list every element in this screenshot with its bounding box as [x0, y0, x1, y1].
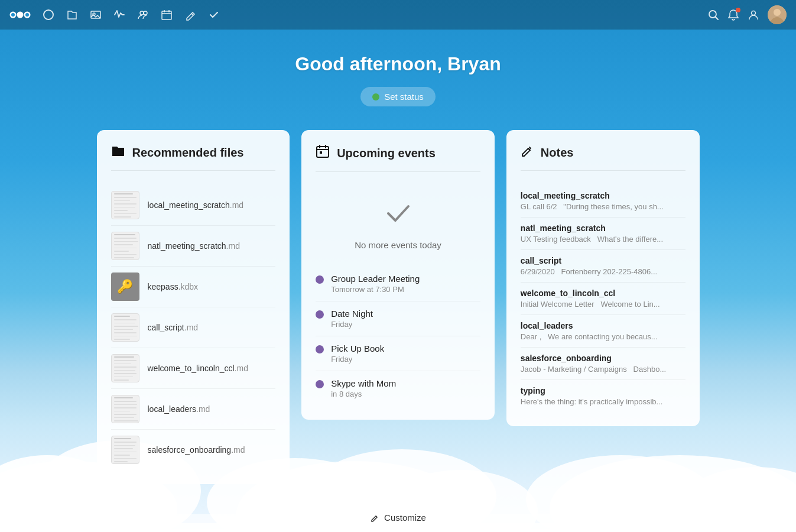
nextcloud-logo[interactable]: [9, 8, 31, 21]
note-item[interactable]: salesforce_onboarding Jacob - Marketing …: [521, 348, 685, 380]
event-time: Friday: [331, 355, 384, 364]
search-button[interactable]: [707, 9, 719, 21]
files-card-header: Recommended files: [111, 144, 276, 171]
navbar-left: [9, 8, 220, 21]
customize-label: Customize: [384, 512, 426, 523]
file-item[interactable]: call_script.md: [111, 307, 276, 348]
file-thumbnail: [111, 395, 139, 423]
svg-point-16: [774, 9, 781, 16]
svg-rect-18: [320, 151, 322, 154]
event-item[interactable]: Date Night Friday: [316, 301, 480, 336]
note-item[interactable]: typing Here's the thing: it's practicall…: [521, 380, 685, 412]
svg-point-14: [752, 11, 756, 15]
event-title: Pick Up Book: [331, 343, 384, 353]
file-item[interactable]: 🔑 keepass.kdbx: [111, 267, 276, 307]
notes-list: local_meeting_scratch GL call 6/2 "Durin…: [521, 185, 685, 412]
set-status-button[interactable]: Set status: [360, 87, 436, 106]
note-title: local_meeting_scratch: [521, 191, 685, 200]
calendar-nav-icon[interactable]: [161, 9, 173, 21]
contacts-nav-icon[interactable]: [137, 9, 149, 21]
event-item[interactable]: Pick Up Book Friday: [316, 336, 480, 371]
contacts-menu-button[interactable]: [748, 9, 759, 21]
file-thumbnail: [111, 232, 139, 260]
file-name: welcome_to_lincoln_ccl.md: [148, 364, 248, 373]
event-details: Pick Up Book Friday: [331, 343, 384, 364]
notifications-button[interactable]: [727, 9, 739, 21]
note-item[interactable]: welcome_to_lincoln_ccl Initial Welcome L…: [521, 283, 685, 315]
cards-container: Recommended files local_meeting: [97, 130, 700, 484]
no-events-text: No more events today: [355, 240, 441, 250]
svg-point-1: [17, 12, 24, 18]
calendar-icon: [316, 144, 330, 162]
note-preview: Jacob - Marketing / Campaigns Dashbo...: [521, 365, 685, 374]
file-item[interactable]: welcome_to_lincoln_ccl.md: [111, 348, 276, 389]
file-name: call_script.md: [148, 323, 199, 332]
main-content: Good afternoon, Bryan Set status Recomme…: [0, 30, 796, 530]
notes-card: Notes local_meeting_scratch GL call 6/2 …: [506, 130, 700, 426]
greeting-text: Good afternoon, Bryan: [295, 53, 501, 75]
event-time: Tomorrow at 7:30 PM: [331, 285, 420, 294]
event-item[interactable]: Group Leader Meeting Tomorrow at 7:30 PM: [316, 267, 480, 301]
note-preview: GL call 6/2 "During these times, you sh.…: [521, 202, 685, 211]
event-title: Skype with Mom: [331, 378, 396, 388]
file-item[interactable]: natl_meeting_scratch.md: [111, 226, 276, 267]
note-item[interactable]: local_leaders Dear , We are contacting y…: [521, 315, 685, 348]
file-item[interactable]: salesforce_onboarding.md: [111, 430, 276, 470]
event-time: in 8 days: [331, 390, 396, 398]
note-item[interactable]: local_meeting_scratch GL call 6/2 "Durin…: [521, 185, 685, 218]
recommended-files-card: Recommended files local_meeting: [97, 130, 290, 484]
notes-card-header: Notes: [521, 144, 685, 171]
pencil-icon: [521, 144, 534, 161]
event-dot: [316, 380, 324, 388]
svg-point-8: [140, 11, 144, 15]
event-dot: [316, 310, 324, 319]
file-item[interactable]: local_leaders.md: [111, 389, 276, 430]
note-item[interactable]: call_script 6/29/2020 Fortenberry 202-22…: [521, 250, 685, 283]
files-card-title: Recommended files: [132, 146, 244, 160]
event-details: Group Leader Meeting Tomorrow at 7:30 PM: [331, 274, 420, 294]
event-title: Date Night: [331, 309, 373, 319]
no-events-message: No more events today: [316, 186, 480, 267]
activity-nav-icon[interactable]: [113, 9, 125, 21]
svg-point-9: [144, 11, 147, 15]
file-name: local_meeting_scratch.md: [148, 200, 244, 210]
svg-rect-17: [317, 147, 329, 157]
file-name: keepass.kdbx: [148, 282, 199, 291]
event-item[interactable]: Skype with Mom in 8 days: [316, 371, 480, 406]
event-dot: [316, 345, 324, 353]
circle-nav-icon[interactable]: [43, 9, 54, 21]
note-item[interactable]: natl_meeting_scratch UX Testing feedback…: [521, 218, 685, 250]
event-dot: [316, 275, 324, 284]
note-title: call_script: [521, 256, 685, 265]
files-nav-icon[interactable]: [66, 9, 78, 21]
note-title: salesforce_onboarding: [521, 353, 685, 363]
customize-button[interactable]: Customize: [356, 505, 440, 530]
checkmark-icon: [384, 198, 413, 233]
notes-nav-icon[interactable]: [184, 9, 196, 21]
event-details: Date Night Friday: [331, 309, 373, 329]
upcoming-events-card: Upcoming events No more events today Gro…: [301, 130, 495, 420]
file-thumbnail: [111, 436, 139, 464]
set-status-label: Set status: [384, 92, 424, 102]
events-card-title: Upcoming events: [337, 147, 436, 160]
svg-point-13: [709, 11, 716, 18]
tasks-nav-icon[interactable]: [208, 9, 220, 21]
note-title: typing: [521, 386, 685, 395]
note-preview: UX Testing feedback What's the differe..…: [521, 235, 685, 244]
navbar-right: [707, 5, 787, 24]
event-title: Group Leader Meeting: [331, 274, 420, 284]
event-details: Skype with Mom in 8 days: [331, 378, 396, 398]
note-title: natl_meeting_scratch: [521, 223, 685, 233]
file-name: local_leaders.md: [148, 404, 210, 414]
file-thumbnail: [111, 191, 139, 219]
file-item[interactable]: local_meeting_scratch.md: [111, 185, 276, 226]
notes-card-title: Notes: [541, 146, 574, 160]
status-indicator: [372, 93, 379, 100]
photos-nav-icon[interactable]: [90, 9, 102, 21]
avatar[interactable]: [768, 5, 787, 24]
svg-rect-10: [162, 11, 171, 20]
note-preview: Dear , We are contacting you becaus...: [521, 332, 685, 341]
file-thumbnail: 🔑: [111, 273, 139, 301]
event-time: Friday: [331, 320, 373, 329]
file-thumbnail: [111, 313, 139, 342]
